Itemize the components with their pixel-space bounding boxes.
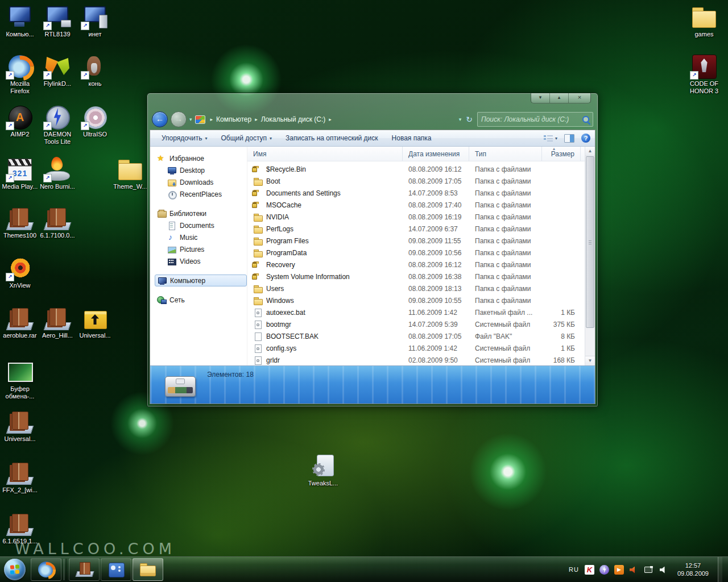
desktop-icon-aimp[interactable]: ↗ AIMP2 — [1, 105, 39, 138]
vertical-scrollbar[interactable]: ▲ ▼ — [585, 147, 595, 365]
desktop-icon-flylink[interactable]: ↗ FlylinkD... — [39, 54, 76, 88]
desktop-icon-rar[interactable]: ↗ 6.1.7100.0... — [39, 206, 76, 239]
breadcrumb: ▸Компьютер▸Локальный диск (C:)▸ — [208, 115, 334, 123]
desktop-icon-rar[interactable]: ↗ Universal... — [1, 409, 39, 443]
file-row[interactable]: Recovery 08.08.2009 16:12 Папка с файлам… — [247, 259, 585, 271]
scroll-up-icon[interactable]: ▲ — [585, 147, 595, 156]
file-row[interactable]: Documents and Settings 14.07.2009 8:53 П… — [247, 187, 585, 199]
file-row[interactable]: MSOCache 08.08.2009 17:40 Папка с файлам… — [247, 199, 585, 211]
maximize-button[interactable]: ▴ — [550, 93, 569, 103]
desktop-icon-mpc[interactable]: ↗ Media Play... — [1, 157, 39, 190]
back-button[interactable]: ← — [152, 111, 168, 127]
column-header-name[interactable]: Имя — [247, 147, 403, 161]
desktop-icon-computer[interactable]: ↗ Компью... — [1, 5, 39, 38]
file-row[interactable]: Program Files 09.08.2009 11:55 Папка с ф… — [247, 235, 585, 247]
desktop-icon-netcard[interactable]: ↗ RTL8139 — [39, 5, 76, 38]
nav-item[interactable]: RecentPlaces — [155, 188, 247, 200]
nav-section-row[interactable]: Избранное — [155, 152, 247, 164]
desktop-icon-rar[interactable]: ↗ Aero_Hill... — [39, 306, 76, 339]
audio-tray-icon[interactable] — [629, 565, 639, 575]
nav-item[interactable]: Desktop — [155, 164, 247, 176]
desktop-icon-imagethumb[interactable]: ↗ Буфер обмена-... — [1, 359, 39, 400]
desktop-icon-firefox[interactable]: ↗ Mozilla Firefox — [1, 54, 39, 95]
nav-item-label: Downloads — [180, 178, 213, 186]
desktop-icon-rar[interactable]: ↗ Themes100 — [1, 206, 39, 239]
nav-item[interactable]: Pictures — [155, 243, 247, 255]
taskbar-button-exp[interactable] — [133, 558, 163, 581]
change-view-button[interactable]: ▾ — [544, 135, 557, 142]
column-header-size[interactable]: Размер — [542, 147, 581, 161]
toolbar-button[interactable]: Упорядочить ▾ — [155, 132, 214, 144]
breadcrumb-item[interactable]: Локальный диск (C:) — [261, 115, 326, 123]
toolbar-button[interactable]: Записать на оптический диск ▾ — [279, 132, 385, 144]
file-date-cell: 11.06.2009 1:42 — [403, 344, 469, 352]
forward-button[interactable]: → — [171, 111, 187, 127]
preview-pane-button[interactable] — [564, 134, 574, 143]
desktop-icon-rar[interactable]: ↗ aeroblue.rar — [1, 306, 39, 339]
file-date-cell: 09.08.2009 10:55 — [403, 297, 469, 305]
desktop-icon-tweaks[interactable]: ↗ TweaksL... — [304, 454, 342, 487]
help-button[interactable]: ? — [581, 134, 590, 143]
start-button[interactable] — [4, 559, 26, 580]
column-header-date[interactable]: Дата изменения — [403, 147, 469, 161]
taskbar-button-rar[interactable] — [69, 558, 100, 581]
taskbar-button-cpl[interactable] — [101, 558, 131, 581]
file-row[interactable]: config.sys 11.06.2009 1:42 Системный фай… — [247, 342, 585, 354]
toolbar-button[interactable]: Общий доступ ▾ — [214, 132, 279, 144]
file-row[interactable]: Boot 08.08.2009 17:05 Папка с файлами — [247, 175, 585, 187]
desktop-icon-rar[interactable]: ↗ FFX_2_[wi... — [1, 460, 39, 494]
column-header-type[interactable]: Тип — [469, 147, 542, 161]
file-row[interactable]: ProgramData 09.08.2009 10:56 Папка с фай… — [247, 247, 585, 259]
search-icon[interactable] — [582, 116, 589, 123]
desktop-icon-horse[interactable]: ↗ конь — [76, 54, 114, 88]
nav-section-row[interactable]: Библиотеки — [155, 207, 247, 219]
scroll-down-icon[interactable]: ▼ — [585, 356, 595, 365]
file-row[interactable]: NVIDIA 08.08.2009 16:19 Папка с файлами — [247, 211, 585, 223]
nav-item[interactable]: Downloads — [155, 176, 247, 188]
desktop-icon-coh[interactable]: ↗ CODE OF HONOR 3 — [685, 54, 723, 95]
nav-section-row[interactable]: Компьютер — [155, 275, 247, 286]
nav-item[interactable]: Documents — [155, 219, 247, 231]
address-dropdown-icon[interactable]: ▾ — [459, 117, 462, 122]
file-row[interactable]: Windows 09.08.2009 10:55 Папка с файлами — [247, 294, 585, 306]
clock[interactable]: 12:57 09.08.2009 — [674, 562, 712, 577]
search-input[interactable]: Поиск: Локальный диск (C:) — [477, 112, 593, 127]
desktop-icon-nero[interactable]: ↗ Nero Burni... — [39, 157, 76, 190]
refresh-icon[interactable]: ↻ — [466, 115, 473, 124]
desktop-icon-folder[interactable]: ↗ Theme_W... — [111, 157, 149, 190]
desktop-icon-ultraiso[interactable]: ↗ UltraISO — [76, 105, 114, 138]
file-row[interactable]: bootmgr 14.07.2009 5:39 Системный файл 3… — [247, 318, 585, 330]
file-row[interactable]: System Volume Information 08.08.2009 16:… — [247, 271, 585, 282]
desktop-icon-netinet[interactable]: ↗ инет — [76, 5, 114, 38]
taskbar-button-firefox[interactable] — [31, 558, 61, 581]
shortcut-arrow-icon: ↗ — [690, 71, 698, 80]
language-indicator[interactable]: RU — [569, 566, 579, 573]
network-tray-icon[interactable] — [644, 565, 653, 575]
volume-tray-icon[interactable] — [659, 565, 668, 575]
show-desktop-button[interactable] — [718, 557, 722, 582]
file-row[interactable]: BOOTSECT.BAK 08.08.2009 17:05 Файл "BAK"… — [247, 330, 585, 342]
file-row[interactable]: grldr 02.08.2009 9:50 Системный файл 168… — [247, 354, 585, 365]
file-row[interactable]: $Recycle.Bin 08.08.2009 16:12 Папка с фа… — [247, 163, 585, 175]
media-tray-icon[interactable] — [614, 565, 624, 575]
desktop-icon-folder[interactable]: ↗ games — [685, 5, 723, 38]
desktop-icon-daemon[interactable]: ↗ DAEMON Tools Lite — [39, 105, 76, 146]
daemon-tray-icon[interactable] — [599, 565, 609, 575]
file-kind-cell: Папка с файлами — [469, 297, 542, 305]
nav-section-row[interactable]: Сеть — [155, 294, 247, 306]
tray-icons — [585, 565, 668, 575]
scrollbar-thumb[interactable] — [586, 156, 594, 328]
toolbar-button[interactable]: Новая папка ▾ — [385, 132, 439, 144]
minimize-button[interactable]: ▾ — [531, 93, 550, 103]
nav-item[interactable]: Videos — [155, 255, 247, 267]
desktop-icon-winrarbox[interactable]: ↗ Universal... — [76, 306, 114, 339]
close-button[interactable]: × — [569, 93, 590, 103]
recent-pages-dropdown-icon[interactable]: ▾ — [189, 117, 192, 122]
file-row[interactable]: Users 08.08.2009 18:13 Папка с файлами — [247, 282, 585, 294]
kaspersky-tray-icon[interactable] — [585, 565, 594, 575]
desktop-icon-xnview[interactable]: ↗ XnView — [1, 256, 39, 289]
file-row[interactable]: PerfLogs 14.07.2009 6:37 Папка с файлами — [247, 223, 585, 235]
nav-item[interactable]: Music — [155, 231, 247, 243]
breadcrumb-item[interactable]: Компьютер — [216, 115, 251, 123]
file-row[interactable]: autoexec.bat 11.06.2009 1:42 Пакетный фа… — [247, 306, 585, 318]
